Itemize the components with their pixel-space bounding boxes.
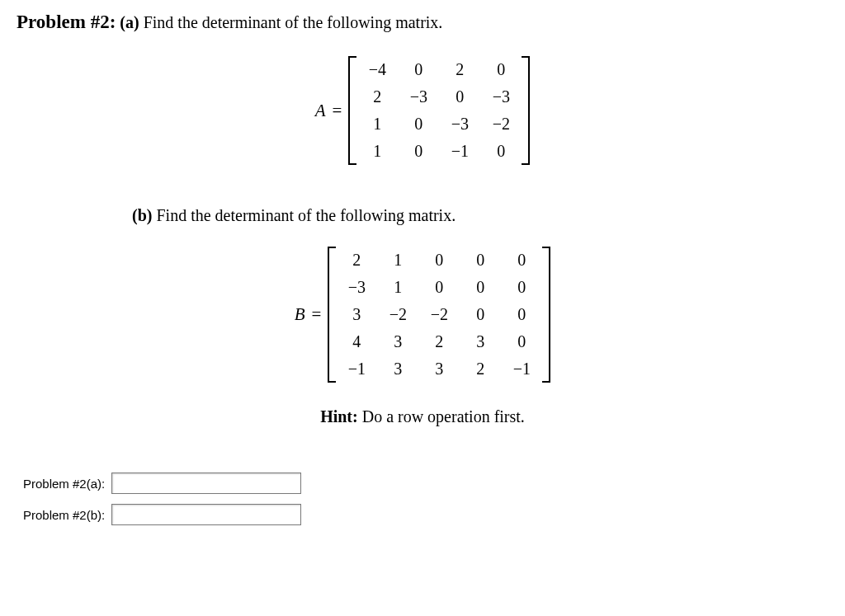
matrix-a-block: A = −40202−30−310−3−210−10 xyxy=(17,56,828,165)
matrix-cell: −1 xyxy=(501,355,542,383)
part-b-label: (b) xyxy=(132,206,152,224)
left-bracket-icon xyxy=(328,247,336,383)
matrix-cell: −1 xyxy=(336,355,377,383)
matrix-row: 2−30−3 xyxy=(356,83,522,111)
matrix-cell: 1 xyxy=(377,247,418,274)
problem-heading: Problem #2: (a) Find the determinant of … xyxy=(17,12,828,33)
equals-sign: = xyxy=(332,101,342,121)
matrix-cell: 0 xyxy=(460,301,501,328)
answer-a-input[interactable] xyxy=(111,473,301,494)
hint: Hint: Do a row operation first. xyxy=(17,407,828,426)
matrix-cell: −3 xyxy=(398,83,439,111)
matrix-cell: 3 xyxy=(377,328,418,355)
matrix-a: −40202−30−310−3−210−10 xyxy=(356,56,522,165)
matrix-cell: 3 xyxy=(336,301,377,328)
hint-label: Hint: xyxy=(320,407,358,426)
answer-a-label: Problem #2(a): xyxy=(23,477,105,491)
matrix-cell: 0 xyxy=(418,274,460,301)
left-bracket-icon xyxy=(348,56,356,165)
part-a-stem: Find the determinant of the following ma… xyxy=(144,13,443,31)
matrix-row: 10−10 xyxy=(356,138,522,165)
matrix-b-name: B xyxy=(295,304,305,325)
matrix-row: −31000 xyxy=(336,274,542,301)
matrix-row: −4020 xyxy=(356,56,522,83)
matrix-cell: 3 xyxy=(377,355,418,383)
part-b-heading: (b) Find the determinant of the followin… xyxy=(132,206,828,225)
matrix-cell: −2 xyxy=(418,301,460,328)
matrix-cell: 0 xyxy=(501,328,542,355)
matrix-cell: −2 xyxy=(480,111,522,138)
matrix-row: 43230 xyxy=(336,328,542,355)
matrix-cell: 0 xyxy=(398,111,439,138)
matrix-cell: 0 xyxy=(398,56,439,83)
matrix-cell: 4 xyxy=(336,328,377,355)
equals-sign: = xyxy=(311,304,321,325)
matrix-cell: 0 xyxy=(460,247,501,274)
matrix-cell: −1 xyxy=(439,138,480,165)
matrix-cell: −4 xyxy=(356,56,398,83)
hint-text: Do a row operation first. xyxy=(362,407,525,426)
matrix-cell: 0 xyxy=(480,56,522,83)
matrix-cell: 3 xyxy=(418,355,460,383)
matrix-a-name: A xyxy=(315,101,326,121)
problem-number: Problem #2: xyxy=(17,12,116,32)
matrix-cell: 0 xyxy=(501,274,542,301)
matrix-b: 21000−310003−2−20043230−1332−1 xyxy=(336,247,542,383)
matrix-cell: 0 xyxy=(480,138,522,165)
matrix-cell: 2 xyxy=(356,83,398,111)
right-bracket-icon xyxy=(542,247,550,383)
matrix-cell: 0 xyxy=(418,247,460,274)
right-bracket-icon xyxy=(522,56,530,165)
matrix-b-bracket: 21000−310003−2−20043230−1332−1 xyxy=(328,247,550,383)
matrix-row: −1332−1 xyxy=(336,355,542,383)
matrix-row: 3−2−200 xyxy=(336,301,542,328)
matrix-a-bracket: −40202−30−310−3−210−10 xyxy=(348,56,530,165)
matrix-row: 21000 xyxy=(336,247,542,274)
matrix-cell: 1 xyxy=(356,111,398,138)
part-a-label: (a) xyxy=(120,13,139,31)
part-b-stem: Find the determinant of the following ma… xyxy=(156,206,456,224)
matrix-cell: 0 xyxy=(501,301,542,328)
matrix-cell: −2 xyxy=(377,301,418,328)
answer-b-input[interactable] xyxy=(111,504,301,525)
answer-row-b: Problem #2(b): xyxy=(23,504,828,525)
matrix-b-block: B = 21000−310003−2−20043230−1332−1 xyxy=(17,247,828,383)
matrix-cell: 2 xyxy=(460,355,501,383)
matrix-cell: 1 xyxy=(377,274,418,301)
matrix-cell: 1 xyxy=(356,138,398,165)
matrix-cell: 0 xyxy=(439,83,480,111)
matrix-cell: 2 xyxy=(336,247,377,274)
matrix-row: 10−3−2 xyxy=(356,111,522,138)
matrix-cell: 0 xyxy=(460,274,501,301)
matrix-cell: −3 xyxy=(336,274,377,301)
matrix-cell: 3 xyxy=(460,328,501,355)
matrix-cell: −3 xyxy=(480,83,522,111)
matrix-cell: 2 xyxy=(439,56,480,83)
matrix-cell: 0 xyxy=(501,247,542,274)
matrix-cell: −3 xyxy=(439,111,480,138)
matrix-cell: 0 xyxy=(398,138,439,165)
answer-b-label: Problem #2(b): xyxy=(23,508,105,522)
answer-row-a: Problem #2(a): xyxy=(23,473,828,494)
matrix-cell: 2 xyxy=(418,328,460,355)
